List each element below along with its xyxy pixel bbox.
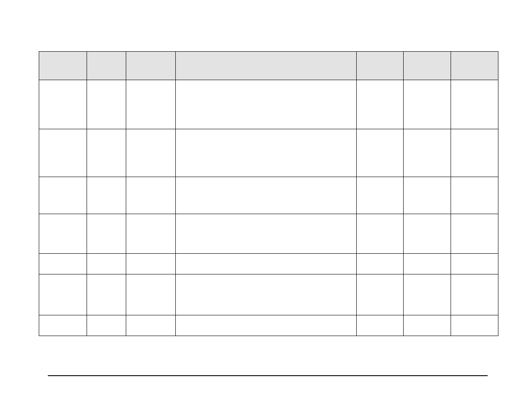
table-cell	[87, 254, 126, 274]
table-cell	[126, 129, 176, 177]
table-cell	[357, 274, 404, 315]
table-row	[39, 177, 498, 214]
table-cell	[39, 254, 87, 274]
table-cell	[357, 129, 404, 177]
table-cell	[176, 214, 357, 254]
table-header-cell	[404, 52, 451, 80]
table-row	[39, 274, 498, 315]
table-cell	[451, 177, 498, 214]
table-header-cell	[87, 52, 126, 80]
table-cell	[126, 315, 176, 336]
table-cell	[404, 177, 451, 214]
page	[0, 0, 532, 411]
table-cell	[404, 80, 451, 129]
table-cell	[87, 177, 126, 214]
table-cell	[126, 177, 176, 214]
table-cell	[357, 177, 404, 214]
table-row	[39, 315, 498, 336]
table-cell	[39, 214, 87, 254]
table-cell	[39, 315, 87, 336]
table-cell	[451, 129, 498, 177]
table-header-cell	[39, 52, 87, 80]
table-cell	[39, 274, 87, 315]
table-cell	[176, 315, 357, 336]
table-cell	[126, 274, 176, 315]
table-cell	[404, 315, 451, 336]
table-cell	[176, 80, 357, 129]
table-cell	[87, 80, 126, 129]
table-cell	[357, 214, 404, 254]
table-cell	[404, 274, 451, 315]
table-row	[39, 254, 498, 274]
table-cell	[87, 214, 126, 254]
table-header-cell	[126, 52, 176, 80]
table-row	[39, 80, 498, 129]
table-cell	[39, 177, 87, 214]
table-cell	[451, 80, 498, 129]
table-cell	[87, 274, 126, 315]
table-cell	[176, 274, 357, 315]
table-row	[39, 214, 498, 254]
table-row	[39, 129, 498, 177]
table-cell	[176, 254, 357, 274]
table-cell	[451, 274, 498, 315]
table-cell	[176, 177, 357, 214]
table-cell	[87, 129, 126, 177]
table-cell	[39, 80, 87, 129]
table-cell	[39, 129, 87, 177]
table-cell	[451, 315, 498, 336]
table-cell	[451, 214, 498, 254]
horizontal-rule	[48, 375, 488, 376]
table-header-cell	[451, 52, 498, 80]
table-cell	[404, 254, 451, 274]
table-header-row	[39, 52, 498, 80]
table-cell	[404, 214, 451, 254]
table-cell	[404, 129, 451, 177]
table-cell	[126, 254, 176, 274]
table-cell	[126, 214, 176, 254]
table-cell	[176, 129, 357, 177]
table-cell	[451, 254, 498, 274]
table-header-cell	[176, 52, 357, 80]
table-cell	[357, 254, 404, 274]
table-cell	[357, 315, 404, 336]
table-cell	[357, 80, 404, 129]
table-cell	[126, 80, 176, 129]
table-cell	[87, 315, 126, 336]
data-table	[39, 51, 498, 336]
table-header-cell	[357, 52, 404, 80]
